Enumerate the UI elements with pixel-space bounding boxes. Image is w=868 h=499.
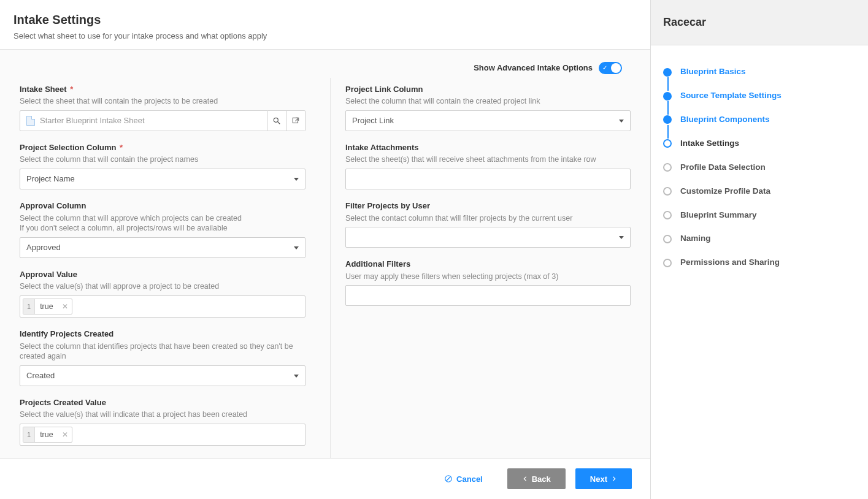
identify-created-label: Identify Projects Created [20, 329, 305, 340]
step-dot-icon [663, 187, 672, 196]
identify-created-field: Identify Projects Created Select the col… [20, 329, 305, 386]
step-dot-icon [663, 235, 672, 243]
chevron-left-icon [522, 475, 528, 482]
intake-sheet-field: Intake Sheet * Select the sheet that wil… [20, 84, 305, 131]
sidebar-header: Racecar [651, 0, 868, 45]
check-icon: ✓ [602, 65, 607, 71]
open-sheet-button[interactable] [286, 110, 305, 131]
created-value-label: Projects Created Value [20, 397, 305, 408]
approval-column-select[interactable]: Approved [20, 237, 305, 258]
sidebar: Racecar Blueprint BasicsSource Template … [650, 0, 868, 499]
page-subtitle: Select what sheet to use for your intake… [13, 31, 637, 42]
svg-line-1 [278, 122, 280, 124]
step-dot-icon [663, 163, 672, 172]
cancel-icon [444, 474, 453, 483]
wizard-step[interactable]: Source Template Settings [663, 84, 856, 108]
wizard-step[interactable]: Intake Settings [663, 132, 856, 156]
filter-user-desc: Select the contact column that will filt… [345, 213, 631, 224]
remove-tag-button[interactable]: ✕ [58, 430, 72, 440]
intake-sheet-desc: Select the sheet that will contain the p… [20, 96, 305, 107]
intake-attachments-desc: Select the sheet(s) that will receive sh… [345, 154, 631, 165]
wizard-step[interactable]: Blueprint Basics [663, 60, 856, 84]
step-dot-icon [663, 68, 672, 77]
wizard-step[interactable]: Naming [663, 227, 856, 251]
project-link-label: Project Link Column [345, 84, 631, 95]
filter-user-select[interactable] [345, 227, 631, 248]
step-label: Intake Settings [680, 138, 739, 150]
approval-column-field: Approval Column Select the column that w… [20, 200, 305, 258]
chevron-down-icon [294, 178, 299, 181]
step-dot-icon [663, 115, 672, 124]
approval-value-input[interactable]: 1 true ✕ [20, 295, 305, 318]
filter-user-field: Filter Projects by User Select the conta… [345, 200, 631, 248]
wizard-steps: Blueprint BasicsSource Template Settings… [651, 45, 868, 289]
created-value-desc: Select the value(s) that will indicate t… [20, 409, 305, 420]
intake-attachments-input[interactable] [345, 169, 631, 189]
sheet-icon [26, 116, 35, 126]
wizard-step[interactable]: Blueprint Summary [663, 204, 856, 227]
intake-attachments-label: Intake Attachments [345, 142, 631, 153]
step-label: Blueprint Basics [680, 66, 746, 78]
approval-value-desc: Select the value(s) that will approve a … [20, 281, 305, 292]
intake-sheet-input[interactable]: Starter Blueprint Intake Sheet [20, 110, 267, 131]
step-label: Blueprint Summary [680, 210, 757, 221]
project-selection-label: Project Selection Column [20, 143, 116, 152]
chevron-down-icon [294, 246, 299, 250]
approval-value-tag: 1 true ✕ [23, 299, 72, 314]
next-button[interactable]: Next [575, 468, 632, 489]
advanced-options-label: Show Advanced Intake Options [474, 63, 593, 74]
project-selection-field: Project Selection Column * Select the co… [20, 142, 305, 189]
required-asterisk: * [120, 143, 123, 152]
additional-filters-field: Additional Filters User may apply these … [345, 259, 631, 306]
back-button[interactable]: Back [507, 468, 566, 489]
wizard-step[interactable]: Customize Profile Data [663, 180, 856, 204]
wizard-step[interactable]: Blueprint Components [663, 108, 856, 132]
open-external-icon [291, 116, 300, 125]
intake-attachments-field: Intake Attachments Select the sheet(s) t… [345, 142, 631, 189]
search-sheet-button[interactable] [267, 110, 286, 131]
step-dot-icon [663, 259, 672, 267]
wizard-step[interactable]: Permissions and Sharing [663, 251, 856, 275]
additional-filters-input[interactable] [345, 285, 631, 306]
approval-value-field: Approval Value Select the value(s) that … [20, 269, 305, 318]
step-dot-icon [663, 139, 672, 148]
sidebar-title: Racecar [663, 15, 856, 30]
created-value-input[interactable]: 1 true ✕ [20, 424, 305, 446]
intake-sheet-label: Intake Sheet [20, 85, 67, 94]
approval-column-desc: Select the column that will approve whic… [20, 213, 305, 234]
remove-tag-button[interactable]: ✕ [58, 302, 72, 312]
svg-point-0 [274, 118, 278, 123]
page-header: Intake Settings Select what sheet to use… [0, 0, 650, 50]
chevron-down-icon [619, 120, 624, 123]
project-link-field: Project Link Column Select the column th… [345, 84, 631, 131]
page-title: Intake Settings [13, 11, 637, 28]
right-column: Project Link Column Select the column th… [330, 78, 637, 458]
step-dot-icon [663, 211, 672, 219]
search-icon [272, 116, 281, 125]
step-label: Source Template Settings [680, 90, 782, 102]
step-label: Blueprint Components [680, 114, 770, 126]
identify-created-select[interactable]: Created [20, 365, 305, 386]
approval-value-label: Approval Value [20, 269, 305, 280]
step-dot-icon [663, 92, 672, 101]
identify-created-desc: Select the column that identifies projec… [20, 341, 305, 362]
project-link-desc: Select the column that will contain the … [345, 96, 631, 107]
step-label: Naming [680, 233, 711, 245]
project-selection-desc: Select the column that will contain the … [20, 154, 305, 165]
step-label: Permissions and Sharing [680, 257, 780, 269]
project-selection-select[interactable]: Project Name [20, 169, 305, 189]
created-value-tag: 1 true ✕ [23, 427, 72, 443]
main-panel: Intake Settings Select what sheet to use… [0, 0, 650, 499]
step-label: Profile Data Selection [680, 162, 766, 173]
additional-filters-desc: User may apply these filters when select… [345, 272, 631, 282]
step-label: Customize Profile Data [680, 186, 770, 197]
advanced-options-toggle[interactable]: ✓ [599, 62, 622, 74]
content-area: Show Advanced Intake Options ✓ Intake Sh… [0, 50, 650, 458]
wizard-step[interactable]: Profile Data Selection [663, 156, 856, 180]
cancel-button[interactable]: Cancel [429, 468, 497, 489]
project-link-select[interactable]: Project Link [345, 110, 631, 131]
svg-rect-2 [293, 118, 298, 123]
approval-column-label: Approval Column [20, 200, 305, 211]
filter-user-label: Filter Projects by User [345, 200, 631, 211]
left-column: Intake Sheet * Select the sheet that wil… [13, 78, 312, 458]
